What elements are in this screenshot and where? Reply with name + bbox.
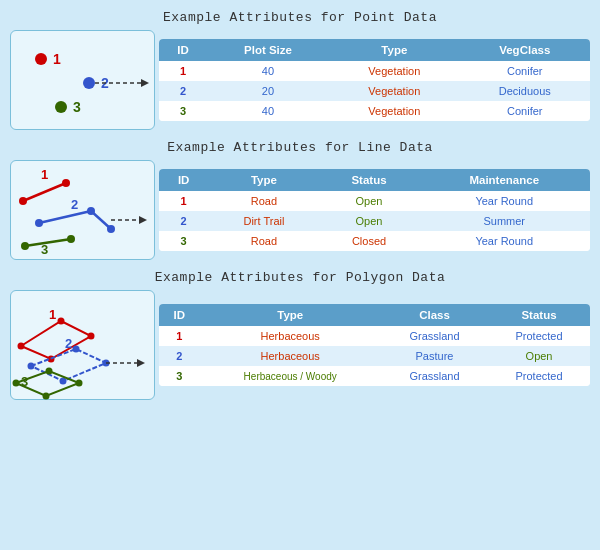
table-row: 3 40 Vegetation Conifer — [159, 101, 590, 121]
point-header-vegclass: VegClass — [460, 39, 590, 61]
svg-text:2: 2 — [65, 336, 72, 351]
line-diagram: 1 2 3 — [10, 160, 155, 260]
svg-point-10 — [62, 179, 70, 187]
table-row: 2 20 Vegetation Deciduous — [159, 81, 590, 101]
svg-marker-23 — [139, 216, 147, 224]
point-header-type: Type — [329, 39, 459, 61]
svg-point-9 — [19, 197, 27, 205]
table-row: 2 Dirt Trail Open Summer — [159, 211, 590, 231]
point-header-plotsize: Plot Size — [207, 39, 329, 61]
svg-point-2 — [83, 77, 95, 89]
polygon-header-class: Class — [381, 304, 488, 326]
svg-text:3: 3 — [41, 242, 48, 257]
svg-point-38 — [46, 368, 53, 375]
polygon-section: Example Attributes for Polygon Data 1 — [10, 270, 590, 400]
polygon-header-id: ID — [159, 304, 200, 326]
line-table: ID Type Status Maintenance 1 Road Open Y… — [159, 169, 590, 251]
table-row: 3 Herbaceous / Woody Grassland Protected — [159, 366, 590, 386]
svg-text:2: 2 — [71, 197, 78, 212]
svg-text:1: 1 — [41, 167, 48, 182]
table-row: 1 Road Open Year Round — [159, 191, 590, 211]
svg-point-40 — [43, 393, 50, 400]
point-table-wrapper: ID Plot Size Type VegClass 1 40 Vegetati… — [159, 39, 590, 121]
svg-point-20 — [67, 235, 75, 243]
svg-point-26 — [58, 318, 65, 325]
point-section: Example Attributes for Point Data 1 2 3 — [10, 10, 590, 130]
line-table-wrapper: ID Type Status Maintenance 1 Road Open Y… — [159, 169, 590, 251]
svg-point-19 — [21, 242, 29, 250]
svg-point-4 — [55, 101, 67, 113]
table-row: 2 Herbaceous Pasture Open — [159, 346, 590, 366]
svg-marker-43 — [137, 359, 145, 367]
svg-point-15 — [87, 207, 95, 215]
svg-point-14 — [35, 219, 43, 227]
table-row: 3 Road Closed Year Round — [159, 231, 590, 251]
point-table: ID Plot Size Type VegClass 1 40 Vegetati… — [159, 39, 590, 121]
svg-point-16 — [107, 225, 115, 233]
polygon-table-wrapper: ID Type Class Status 1 Herbaceous Grassl… — [159, 304, 590, 386]
svg-point-32 — [73, 346, 80, 353]
point-diagram: 1 2 3 — [10, 30, 155, 130]
polygon-diagram: 1 2 3 — [10, 290, 155, 400]
point-title: Example Attributes for Point Data — [10, 10, 590, 25]
svg-text:3: 3 — [21, 374, 28, 389]
table-row: 1 40 Vegetation Conifer — [159, 61, 590, 81]
line-header-type: Type — [208, 169, 319, 191]
svg-point-31 — [28, 363, 35, 370]
svg-text:3: 3 — [73, 99, 81, 115]
svg-point-0 — [35, 53, 47, 65]
table-row: 1 Herbaceous Grassland Protected — [159, 326, 590, 346]
svg-point-27 — [88, 333, 95, 340]
svg-text:1: 1 — [49, 307, 56, 322]
polygon-header-status: Status — [488, 304, 590, 326]
line-section: Example Attributes for Line Data 1 2 — [10, 140, 590, 260]
svg-marker-7 — [141, 79, 149, 87]
svg-point-25 — [18, 343, 25, 350]
line-title: Example Attributes for Line Data — [10, 140, 590, 155]
line-header-status: Status — [320, 169, 419, 191]
svg-point-37 — [13, 380, 20, 387]
svg-marker-24 — [21, 321, 91, 359]
line-header-id: ID — [159, 169, 208, 191]
svg-line-8 — [23, 183, 66, 201]
svg-point-39 — [76, 380, 83, 387]
svg-marker-30 — [31, 349, 106, 381]
polygon-title: Example Attributes for Polygon Data — [10, 270, 590, 285]
svg-text:1: 1 — [53, 51, 61, 67]
line-header-maintenance: Maintenance — [419, 169, 591, 191]
polygon-header-type: Type — [200, 304, 381, 326]
point-header-id: ID — [159, 39, 207, 61]
svg-line-13 — [91, 211, 111, 229]
polygon-table: ID Type Class Status 1 Herbaceous Grassl… — [159, 304, 590, 386]
svg-line-12 — [39, 211, 91, 223]
